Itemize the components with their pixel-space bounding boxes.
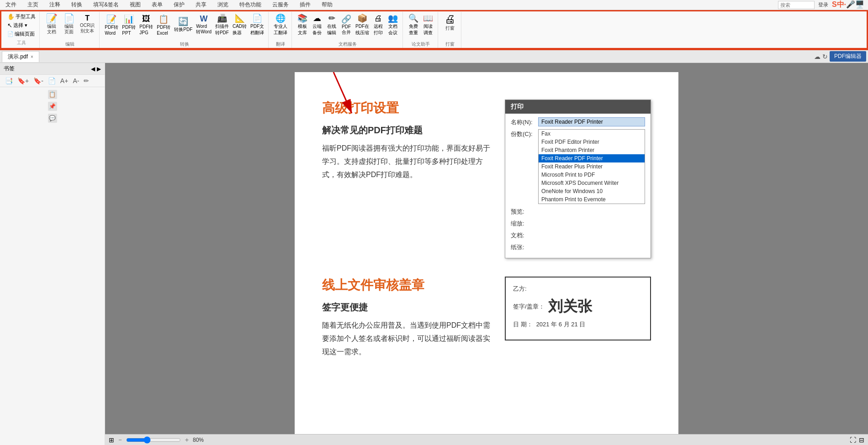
- pdf-to-text-btn[interactable]: 📄 PDF文档翻译: [249, 13, 265, 37]
- pdf-to-word-btn[interactable]: 📝 PDF转Word: [103, 14, 120, 36]
- print-group-label: 打窗: [445, 41, 455, 47]
- cad-btn[interactable]: 📐 CAD转换器: [231, 13, 248, 37]
- cloud-backup-label: 云端备份: [312, 23, 322, 36]
- sig-name-row: 签字/盖章： 刘关张: [513, 297, 643, 317]
- menu-view[interactable]: 视图: [128, 0, 143, 10]
- scan-btn[interactable]: 📠 扫描件转PDF: [214, 13, 230, 37]
- pdf-to-jpg-label: PDF转JPG: [139, 24, 153, 35]
- zoom-fit-icon[interactable]: ⊞: [109, 436, 114, 444]
- left-panel-icon2[interactable]: 📌: [48, 102, 57, 111]
- zoom-minus-btn[interactable]: －: [117, 436, 123, 444]
- print-preview-row: 预览:: [511, 207, 645, 216]
- search-input[interactable]: [778, 1, 815, 9]
- menu-convert[interactable]: 转换: [69, 0, 84, 10]
- sidebar-tool-edit[interactable]: ✏: [82, 77, 90, 85]
- sidebar-title: 书签: [4, 65, 15, 73]
- online-edit-btn[interactable]: ✏ 在线编辑: [325, 13, 339, 37]
- pdf-to-excel-btn[interactable]: 📋 PDF转Excel: [155, 14, 172, 36]
- read-survey-label: 阅读调查: [423, 23, 433, 36]
- menu-special[interactable]: 特色功能: [238, 0, 263, 10]
- left-panel-icon1[interactable]: 📋: [48, 90, 57, 99]
- free-check-btn[interactable]: 🔍 免费查重: [407, 13, 420, 37]
- doc-services-group-label: 文档服务: [339, 41, 357, 47]
- print-printer-list[interactable]: Fax Foxit PDF Editor Printer Foxit Phant…: [538, 129, 645, 204]
- sync-icon[interactable]: ↻: [822, 53, 828, 60]
- sidebar-tools: 📑 🔖+ 🔖- 📄 A+ A- ✏: [0, 75, 105, 87]
- zoom-value: 80%: [193, 437, 204, 443]
- menu-file[interactable]: 文件: [4, 0, 18, 10]
- sidebar-nav-prev[interactable]: ◀: [91, 66, 95, 72]
- doc-meeting-btn[interactable]: 👥 文档会议: [386, 13, 400, 37]
- print-zoom-label: 缩放:: [511, 219, 538, 228]
- tab-close-btn[interactable]: ×: [31, 54, 33, 59]
- remote-print-label: 远程打印: [374, 23, 383, 36]
- printer-evernote[interactable]: Phantom Print to Evernote: [539, 195, 645, 204]
- edit-group-label: 编辑: [65, 41, 74, 47]
- pdf-compress-btn[interactable]: 📦 PDF在线压缩: [354, 13, 370, 37]
- zoom-plus-btn[interactable]: ＋: [184, 436, 190, 444]
- pdf-editor-button[interactable]: PDF编辑器: [830, 51, 866, 62]
- convert-pdf-label: 转换PDF: [174, 26, 192, 33]
- edit-page-btn2[interactable]: 📄 编辑页面: [61, 13, 77, 36]
- printer-ms-pdf[interactable]: Microsoft Print to PDF: [539, 171, 645, 179]
- edit-page-label: 编辑页面: [15, 31, 35, 37]
- pdf-to-text-label: PDF文档翻译: [250, 23, 264, 36]
- edit-page-btn[interactable]: 📄 编辑页面: [5, 30, 37, 38]
- print-doc-label: 文档:: [511, 230, 538, 240]
- read-survey-btn[interactable]: 📖 阅读调查: [421, 13, 435, 37]
- pdf-merge-btn[interactable]: 🔗 PDF合并: [339, 14, 353, 36]
- pdf-compress-label: PDF在线压缩: [355, 23, 369, 36]
- expert-translate-btn[interactable]: 🌐 专业人工翻译: [272, 13, 289, 37]
- menu-fillsign[interactable]: 填写&签名: [91, 0, 121, 10]
- pdf-tab[interactable]: 演示.pdf ×: [2, 51, 39, 62]
- word-to-pdf-btn[interactable]: W Word转Word: [195, 14, 213, 36]
- print-name-value[interactable]: Foxit Reader PDF Printer: [538, 117, 645, 126]
- free-check-label: 免费查重: [409, 23, 418, 36]
- printer-onenote[interactable]: OneNote for Windows 10: [539, 187, 645, 195]
- menu-share[interactable]: 共享: [194, 0, 208, 10]
- printer-foxit-reader[interactable]: Foxit Reader PDF Printer: [539, 154, 645, 162]
- pdf-to-ppt-btn[interactable]: 📊 PDF转PPT: [121, 14, 137, 36]
- remote-print-btn[interactable]: 🖨 远程打印: [371, 13, 385, 37]
- left-panel-icon3[interactable]: 💬: [48, 114, 57, 123]
- menu-plugin[interactable]: 插件: [298, 0, 312, 10]
- sidebar-tool-size-up[interactable]: A+: [59, 77, 70, 85]
- print-copies-row: 份数(C): Fax Foxit PDF Editor Printer Foxi…: [511, 129, 645, 204]
- signature-box: 乙方: 签字/盖章： 刘关张 日 期： 2021 年 6 月 21 日: [505, 277, 651, 340]
- fullscreen-btn[interactable]: ⛶: [850, 436, 856, 444]
- zoom-slider[interactable]: [126, 436, 181, 444]
- ocr-btn[interactable]: T OCR识别文本: [78, 14, 96, 35]
- sidebar-tool-page[interactable]: 📄: [47, 77, 57, 85]
- menu-cloud[interactable]: 云服务: [270, 0, 291, 10]
- printer-ms-xps[interactable]: Microsoft XPS Document Writer: [539, 179, 645, 187]
- edit-doc-btn[interactable]: 📝 编辑文档: [43, 13, 60, 36]
- grid-view-btn[interactable]: ⊟: [859, 436, 864, 444]
- print-btn[interactable]: 🖨 打窗: [442, 13, 458, 32]
- printer-foxit-reader-plus[interactable]: Foxit Reader Plus Printer: [539, 162, 645, 171]
- select-tool-btn[interactable]: ↖ 选择 ▾: [5, 21, 37, 29]
- sidebar-tool-size-down[interactable]: A-: [71, 77, 80, 85]
- pdf-to-jpg-btn[interactable]: 🖼 PDF转JPG: [138, 14, 154, 36]
- printer-foxit-phantom[interactable]: Foxit Phantom Printer: [539, 146, 645, 154]
- sidebar-tool-remove[interactable]: 🔖-: [32, 77, 45, 85]
- menu-home[interactable]: 主页: [26, 0, 40, 10]
- printer-fax[interactable]: Fax: [539, 130, 645, 138]
- ocr-label: OCR识别文本: [80, 23, 95, 34]
- printer-foxit-editor[interactable]: Foxit PDF Editor Printer: [539, 138, 645, 146]
- sig-name-label: 签字/盖章：: [513, 303, 545, 311]
- sidebar-nav-next[interactable]: ▶: [97, 66, 101, 72]
- menu-protect[interactable]: 保护: [172, 0, 186, 10]
- convert-pdf-btn[interactable]: 🔄 转换PDF: [173, 16, 194, 33]
- sidebar-tool-add[interactable]: 🔖+: [16, 77, 30, 85]
- hand-tool-btn[interactable]: ✋ 手型工具: [5, 13, 37, 21]
- menu-form[interactable]: 表单: [150, 0, 164, 10]
- sidebar-tool-bookmark[interactable]: 📑: [4, 77, 14, 85]
- cloud-icon[interactable]: ☁: [814, 53, 820, 60]
- template-btn[interactable]: 📚 模板文库: [296, 13, 309, 37]
- login-button[interactable]: 登录: [818, 1, 828, 8]
- cloud-backup-btn[interactable]: ☁ 云端备份: [310, 13, 324, 37]
- pdf-to-word-label: PDF转Word: [105, 24, 118, 36]
- menu-annotate[interactable]: 注释: [48, 0, 62, 10]
- menu-browse[interactable]: 浏览: [216, 0, 230, 10]
- menu-help[interactable]: 帮助: [320, 0, 334, 10]
